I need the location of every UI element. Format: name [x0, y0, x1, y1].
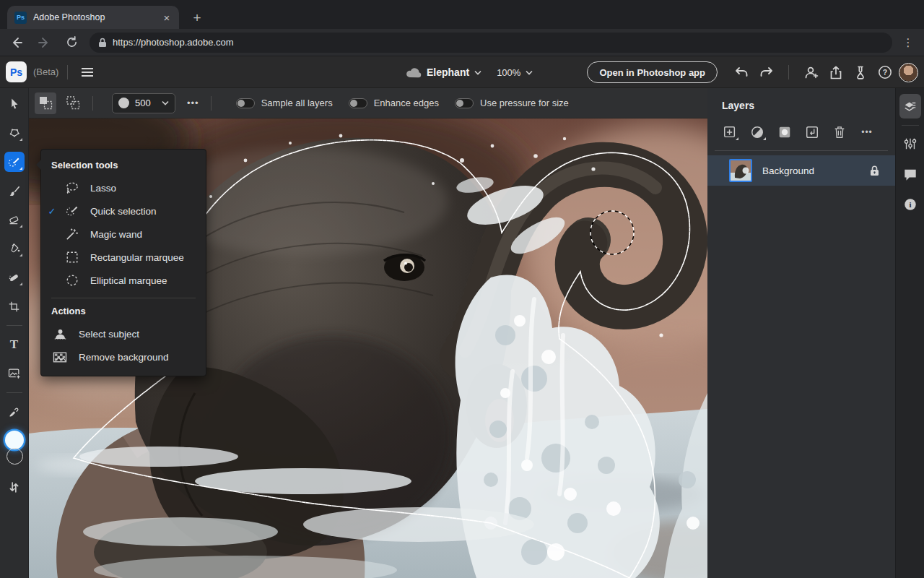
experiments-flask-icon[interactable]: [850, 61, 871, 83]
brush-tool-icon[interactable]: [4, 181, 25, 201]
browser-menu-icon[interactable]: ⋮: [899, 40, 917, 46]
cloud-sync-icon: [406, 66, 422, 78]
toggle-label: Sample all layers: [261, 98, 333, 108]
menu-item-rectangular-marquee[interactable]: Rectangular marquee: [41, 246, 206, 269]
menu-item-elliptical-marquee[interactable]: Elliptical marquee: [41, 269, 206, 292]
lasso-icon: [63, 181, 82, 194]
layers-panel-title: Layers: [707, 88, 895, 111]
lock-icon: [98, 38, 107, 48]
quick-selection-icon: [63, 204, 82, 218]
add-layer-icon[interactable]: [720, 123, 739, 142]
selection-tools-flyout: Selection tools Lasso ✓ Quick selection …: [40, 149, 206, 376]
foreground-color-swatch[interactable]: [5, 431, 24, 449]
swap-colors-icon[interactable]: [4, 477, 25, 497]
select-subject-icon: [51, 327, 69, 340]
document-name[interactable]: Elephant: [427, 66, 469, 78]
flyout-title: Selection tools: [41, 158, 206, 176]
address-bar[interactable]: https://photoshop.adobe.com: [90, 33, 892, 53]
background-color-swatch[interactable]: [6, 448, 23, 465]
layer-name: Background: [762, 165, 870, 176]
use-pressure-for-size-toggle[interactable]: [455, 98, 474, 108]
divider: [6, 325, 22, 326]
use-pressure-toggle-group: Use pressure for size: [455, 98, 569, 108]
quick-selection-tool-icon[interactable]: [4, 152, 25, 172]
subtract-selection-mode-icon[interactable]: [62, 92, 84, 114]
adjustment-layer-icon[interactable]: [748, 123, 767, 142]
photoshop-favicon-icon: Ps: [14, 12, 27, 24]
share-icon[interactable]: [825, 61, 847, 83]
chevron-down-icon[interactable]: [526, 70, 533, 75]
actions-title: Actions: [41, 304, 206, 322]
move-to-icon[interactable]: [803, 123, 821, 142]
header-actions: Open in Photoshop app ?: [587, 56, 918, 88]
back-icon[interactable]: [6, 32, 27, 53]
remove-background-icon: [51, 351, 69, 363]
layer-row-background[interactable]: Background: [707, 155, 895, 186]
browser-navbar: https://photoshop.adobe.com ⋮: [0, 29, 924, 56]
divider: [788, 65, 789, 79]
divider: [211, 96, 212, 111]
elliptical-marquee-icon: [63, 274, 82, 287]
more-options-icon[interactable]: •••: [187, 98, 199, 108]
menu-item-quick-selection[interactable]: ✓ Quick selection: [41, 199, 206, 223]
type-tool-icon[interactable]: T: [4, 335, 25, 355]
divider: [715, 150, 888, 151]
check-icon: ✓: [41, 206, 63, 217]
adjustments-rail-icon[interactable]: [899, 131, 921, 156]
browser-tab[interactable]: Ps Adobe Photoshop ×: [7, 6, 179, 29]
move-tool-icon[interactable]: [4, 94, 25, 114]
color-swatches: [4, 431, 25, 468]
heal-tool-icon[interactable]: [4, 267, 25, 288]
layer-thumbnail[interactable]: [729, 159, 752, 182]
enhance-edges-toggle[interactable]: [349, 98, 367, 108]
info-rail-icon[interactable]: i: [899, 192, 921, 217]
tools-sidebar: T: [0, 88, 29, 578]
comments-rail-icon[interactable]: [899, 162, 921, 186]
brush-size-dropdown[interactable]: 500: [112, 93, 175, 113]
delete-layer-icon[interactable]: [830, 123, 849, 142]
layers-rail-icon[interactable]: [899, 94, 921, 118]
close-tab-icon[interactable]: ×: [160, 11, 173, 24]
rectangular-marquee-icon: [63, 251, 82, 264]
brush-preview-icon: [118, 98, 129, 108]
add-image-tool-icon[interactable]: [4, 363, 25, 384]
lasso-tool-icon[interactable]: [4, 123, 25, 143]
hamburger-menu-icon[interactable]: [77, 61, 98, 83]
fill-tool-icon[interactable]: [4, 238, 25, 259]
refresh-icon[interactable]: [61, 32, 82, 53]
forward-icon[interactable]: [33, 32, 55, 53]
layer-mask-icon[interactable]: [775, 123, 794, 142]
beta-label: (Beta): [33, 66, 58, 77]
undo-icon[interactable]: [731, 61, 752, 83]
help-icon[interactable]: ?: [874, 61, 896, 83]
layer-lock-icon[interactable]: [870, 165, 879, 176]
invite-people-icon[interactable]: [801, 61, 822, 83]
url-text: https://photoshop.adobe.com: [113, 37, 234, 48]
redo-icon[interactable]: [755, 61, 777, 83]
tool-options-bar: 500 ••• Sample all layers Enhance edges …: [29, 88, 707, 118]
layers-overflow-icon[interactable]: •••: [858, 123, 876, 142]
new-tab-button[interactable]: +: [188, 9, 206, 27]
right-rail: i: [895, 88, 924, 578]
tab-title: Adobe Photoshop: [33, 12, 160, 22]
menu-item-lasso[interactable]: Lasso: [41, 176, 206, 199]
menu-item-magic-wand[interactable]: Magic wand: [41, 223, 206, 246]
eyedropper-tool-icon[interactable]: [4, 402, 25, 422]
layers-panel: Layers ••• Background: [707, 88, 895, 578]
menu-item-select-subject[interactable]: Select subject: [41, 322, 206, 345]
divider: [902, 125, 919, 126]
eraser-tool-icon[interactable]: [4, 210, 25, 230]
toggle-label: Enhance edges: [374, 98, 439, 108]
document-cluster: Elephant 100%: [406, 56, 533, 88]
zoom-level[interactable]: 100%: [497, 67, 520, 78]
new-selection-mode-icon[interactable]: [35, 92, 56, 114]
toggle-label: Use pressure for size: [480, 98, 569, 108]
crop-tool-icon[interactable]: [4, 296, 25, 316]
chevron-down-icon[interactable]: [474, 70, 481, 75]
user-avatar[interactable]: [899, 63, 918, 82]
divider: [6, 392, 22, 393]
magic-wand-icon: [63, 227, 82, 241]
open-in-photoshop-app-button[interactable]: Open in Photoshop app: [587, 61, 718, 83]
sample-all-layers-toggle[interactable]: [236, 98, 255, 108]
menu-item-remove-background[interactable]: Remove background: [41, 345, 206, 368]
